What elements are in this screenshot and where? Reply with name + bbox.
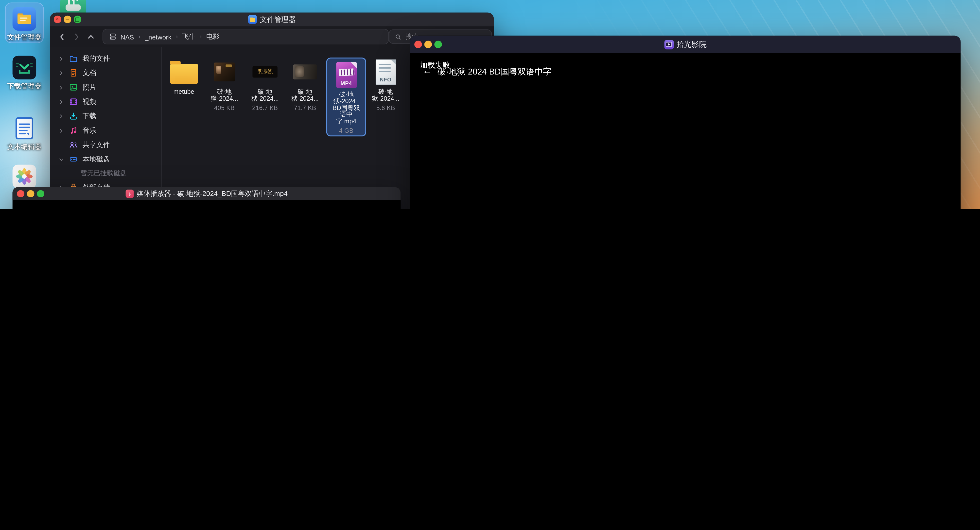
sidebar-item-label: 视频 bbox=[83, 97, 96, 106]
maximize-button[interactable] bbox=[434, 41, 441, 48]
traffic-lights bbox=[54, 16, 81, 23]
sidebar-item-label: 本地磁盘 bbox=[83, 155, 110, 164]
mp4-file-icon: MP4 bbox=[336, 62, 356, 88]
folder-icon bbox=[69, 54, 78, 63]
sidebar-item-label: 下载 bbox=[83, 111, 96, 121]
image-thumbnail bbox=[293, 64, 317, 80]
breadcrumb-item[interactable]: 电影 bbox=[206, 32, 220, 41]
file-name-line: 狱-2024... bbox=[211, 96, 238, 102]
nas-icon bbox=[108, 33, 116, 41]
drive-icon bbox=[69, 155, 78, 164]
breadcrumb-separator: › bbox=[176, 33, 178, 40]
sidebar-item-drive[interactable]: 本地磁盘 bbox=[50, 152, 161, 166]
file-manager-app-icon bbox=[248, 15, 256, 24]
chevron-right-icon[interactable] bbox=[58, 55, 64, 61]
sidebar-item-image[interactable]: 照片 bbox=[50, 80, 161, 94]
sidebar-item-film[interactable]: 视频 bbox=[50, 94, 161, 109]
users-icon bbox=[69, 140, 78, 150]
sidebar-item-label: 我的文件 bbox=[83, 54, 110, 63]
desktop-icon-text-editor[interactable]: 文本编辑器 bbox=[5, 112, 44, 153]
file-size: 4 GB bbox=[339, 127, 353, 134]
sidebar-item-document[interactable]: 文档 bbox=[50, 65, 161, 80]
back-button[interactable] bbox=[57, 32, 67, 42]
sidebar-item-music[interactable]: 音乐 bbox=[50, 123, 161, 138]
file-manager-icon bbox=[12, 6, 37, 31]
file-name-line: 破·地 bbox=[339, 91, 353, 98]
chevron-right-icon[interactable] bbox=[58, 113, 64, 119]
film-icon bbox=[69, 97, 78, 106]
music-icon bbox=[69, 126, 78, 135]
file-name-line: 狱-2024_ bbox=[334, 98, 359, 105]
desktop-icon-label: 文件管理器 bbox=[7, 33, 41, 40]
window-title-text: 媒体播放器 - 破·地狱-2024_BD国粤双语中字.mp4 bbox=[137, 189, 288, 198]
window-title-text: 拾光影院 bbox=[676, 39, 706, 50]
window-title: 媒体播放器 - 破·地狱-2024_BD国粤双语中字.mp4 bbox=[13, 189, 401, 198]
traffic-lights bbox=[17, 190, 44, 197]
file-name-line: BD国粤双 bbox=[332, 105, 360, 112]
breadcrumb[interactable]: NAS›_network›飞牛›电影 bbox=[102, 29, 388, 45]
file-manager-titlebar[interactable]: 文件管理器 bbox=[50, 13, 494, 26]
breadcrumb-item[interactable]: NAS bbox=[121, 33, 134, 40]
minimize-button[interactable] bbox=[27, 190, 34, 197]
folder-icon bbox=[170, 64, 198, 83]
sidebar-item-folder[interactable]: 我的文件 bbox=[50, 51, 161, 65]
photos-icon bbox=[12, 164, 37, 189]
nfo-file-icon: NFO bbox=[375, 59, 396, 85]
open-url-icon[interactable] bbox=[49, 208, 58, 209]
chevron-right-icon[interactable] bbox=[58, 127, 64, 134]
close-button[interactable] bbox=[17, 190, 24, 197]
minimize-button[interactable] bbox=[64, 16, 71, 23]
file-name-line: 狱-2024... bbox=[251, 96, 278, 102]
file-item[interactable]: NFO破·地狱-2024...5.6 KB bbox=[366, 57, 406, 111]
file-item[interactable]: metube bbox=[164, 57, 204, 96]
file-item[interactable]: 破·地狱-2024...71.7 KB bbox=[285, 57, 325, 111]
cinema-window: 拾光影院 加载失败 ← 破·地狱 2024 BD国粤双语中字 00:00 / 0… bbox=[410, 36, 961, 209]
maximize-button[interactable] bbox=[37, 190, 44, 197]
window-title: 文件管理器 bbox=[50, 15, 494, 24]
desktop: 文件管理器下载管理器文本编辑器网络工具箱虚拟机压缩管理器应用商店 文件管理器 N… bbox=[0, 0, 980, 209]
media-player-app-icon bbox=[126, 190, 134, 198]
media-player-titlebar[interactable]: 媒体播放器 - 破·地狱-2024_BD国粤双语中字.mp4 bbox=[13, 187, 401, 200]
minimize-button[interactable] bbox=[425, 41, 431, 48]
sidebar-item-users[interactable]: 共享文件 bbox=[50, 138, 161, 152]
chevron-down-icon[interactable] bbox=[58, 156, 64, 162]
sidebar-item-label: 照片 bbox=[83, 83, 96, 92]
desktop-icon-file-manager[interactable]: 文件管理器 bbox=[5, 2, 44, 43]
download-manager-icon bbox=[12, 55, 37, 80]
close-button[interactable] bbox=[414, 41, 422, 48]
breadcrumb-item[interactable]: 飞牛 bbox=[182, 32, 195, 41]
file-item[interactable]: 破·地狱-2024...405 KB bbox=[204, 57, 244, 111]
file-name-line: metube bbox=[173, 89, 194, 96]
chevron-right-icon[interactable] bbox=[58, 84, 64, 90]
sidebar-item-download[interactable]: 下载 bbox=[50, 109, 161, 123]
file-size: 71.7 KB bbox=[294, 104, 316, 111]
sidebar-item-label: 文档 bbox=[83, 68, 96, 77]
media-player-window: 媒体播放器 - 破·地狱-2024_BD国粤双语中字.mp4 破·地狱-2024… bbox=[13, 187, 401, 209]
cinema-titlebar[interactable]: 拾光影院 bbox=[410, 36, 961, 53]
desktop-icon-download-manager[interactable]: 下载管理器 bbox=[5, 51, 44, 92]
desktop-icon-label: 文本编辑器 bbox=[7, 143, 41, 150]
breadcrumb-item[interactable]: _network bbox=[145, 33, 171, 40]
desktop-icon-photos[interactable] bbox=[5, 160, 44, 192]
file-item-selected[interactable]: MP4破·地狱-2024_BD国粤双语中字.mp44 GB bbox=[326, 57, 366, 136]
maximize-button[interactable] bbox=[74, 16, 81, 23]
file-size: 405 KB bbox=[214, 104, 235, 111]
breadcrumb-items: NAS›_network›飞牛›电影 bbox=[121, 32, 220, 41]
chevron-right-icon[interactable] bbox=[58, 99, 64, 105]
window-title: 拾光影院 bbox=[410, 39, 961, 50]
forward-button[interactable] bbox=[72, 32, 81, 42]
up-button[interactable] bbox=[86, 32, 95, 42]
open-file-icon[interactable] bbox=[31, 208, 41, 209]
chevron-right-icon[interactable] bbox=[58, 70, 64, 76]
breadcrumb-separator: › bbox=[200, 33, 202, 40]
breadcrumb-separator: › bbox=[138, 33, 140, 40]
image-icon bbox=[69, 83, 78, 92]
file-item[interactable]: 破·地狱THE LAST DANCE破·地狱-2024...216.7 KB bbox=[245, 57, 285, 111]
document-icon bbox=[69, 68, 78, 77]
file-name-line: 狱-2024... bbox=[372, 96, 399, 102]
file-name-line: 语中 bbox=[340, 112, 352, 118]
back-arrow[interactable]: ← bbox=[422, 65, 432, 75]
text-editor-icon bbox=[12, 116, 37, 140]
image-thumbnail: 破·地狱THE LAST DANCE bbox=[252, 66, 277, 78]
close-button[interactable] bbox=[54, 16, 61, 23]
